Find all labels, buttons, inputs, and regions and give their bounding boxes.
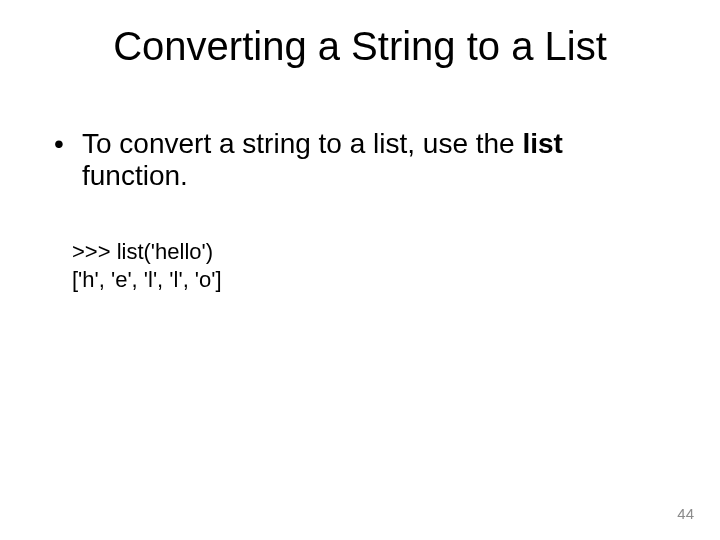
code-example: >>> list('hello') ['h', 'e', 'l', 'l', '… (72, 238, 222, 293)
slide-body: To convert a string to a list, use the l… (48, 128, 660, 204)
bullet-item: To convert a string to a list, use the l… (48, 128, 660, 192)
bullet-text-suffix: function. (82, 160, 188, 191)
bullet-text-prefix: To convert a string to a list, use the (82, 128, 522, 159)
slide: Converting a String to a List To convert… (0, 0, 720, 540)
code-line-1: >>> list('hello') (72, 238, 222, 266)
bullet-list: To convert a string to a list, use the l… (48, 128, 660, 192)
code-line-2: ['h', 'e', 'l', 'l', 'o'] (72, 266, 222, 294)
bullet-text-bold: list (522, 128, 562, 159)
slide-title: Converting a String to a List (0, 24, 720, 69)
page-number: 44 (677, 505, 694, 522)
